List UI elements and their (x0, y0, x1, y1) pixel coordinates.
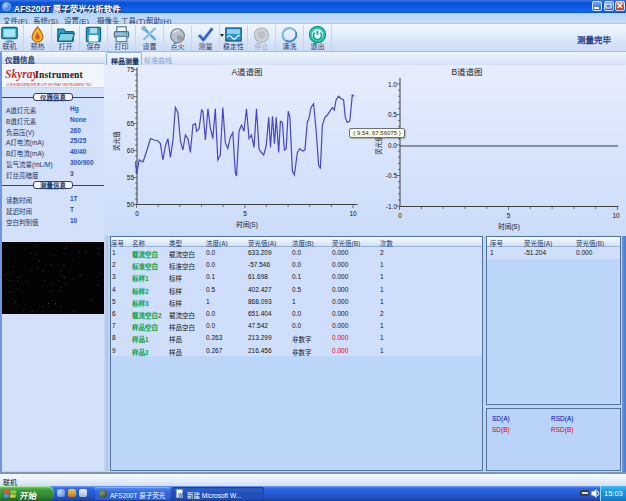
svg-text:0: 0 (135, 210, 139, 217)
svg-text:55: 55 (127, 174, 135, 181)
svg-text:5: 5 (507, 212, 511, 219)
svg-text:时间(S): 时间(S) (236, 220, 258, 229)
svg-text:-0.5: -0.5 (386, 172, 398, 179)
svg-text:5: 5 (243, 210, 247, 217)
svg-text:-1.0: -1.0 (386, 203, 398, 210)
svg-text:70: 70 (127, 93, 135, 100)
svg-text:65: 65 (127, 120, 135, 127)
svg-text:10: 10 (612, 212, 620, 219)
svg-text:75: 75 (127, 66, 135, 73)
svg-text:A道谱图: A道谱图 (231, 67, 262, 77)
svg-text:时间(S): 时间(S) (498, 222, 520, 231)
svg-text:0.5: 0.5 (388, 111, 397, 118)
svg-text:0: 0 (398, 212, 402, 219)
svg-text:50: 50 (127, 201, 135, 208)
svg-text:1.0: 1.0 (388, 81, 397, 88)
svg-text:B道谱图: B道谱图 (451, 67, 482, 77)
svg-text:10: 10 (349, 210, 357, 217)
svg-text:60: 60 (127, 147, 135, 154)
svg-text:荧光值: 荧光值 (112, 131, 121, 151)
svg-text:0.0: 0.0 (388, 142, 397, 149)
